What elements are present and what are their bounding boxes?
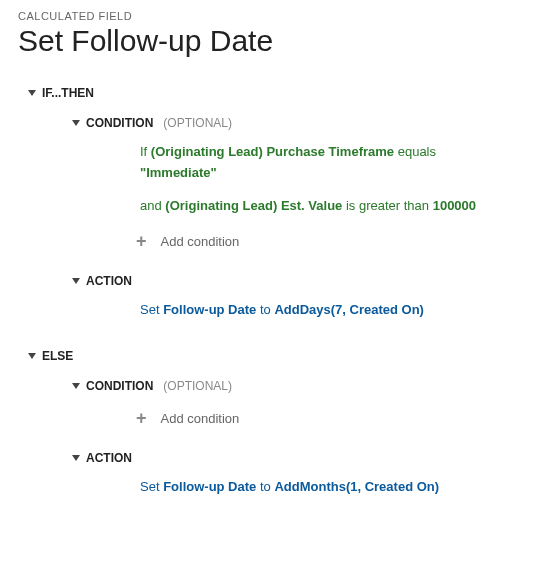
action-row[interactable]: Set Follow-up Date to AddMonths(1, Creat… [136, 471, 515, 502]
else-label: ELSE [42, 349, 73, 363]
condition-label: CONDITION [86, 116, 153, 130]
add-condition-label: Add condition [161, 411, 240, 426]
if-then-label: IF...THEN [42, 86, 94, 100]
condition-prefix: If [140, 144, 147, 159]
action-middle: to [260, 479, 271, 494]
add-condition-button[interactable]: + Add condition [136, 399, 515, 437]
else-header[interactable]: ELSE [28, 343, 515, 369]
else-condition-header[interactable]: CONDITION (OPTIONAL) [72, 373, 515, 399]
action-field: Follow-up Date [163, 479, 256, 494]
action-function: AddMonths(1, Created On) [274, 479, 439, 494]
plus-icon: + [136, 232, 147, 250]
condition-operator: equals [398, 144, 436, 159]
condition-optional-label: (OPTIONAL) [163, 379, 232, 393]
condition-row[interactable]: If (Originating Lead) Purchase Timeframe… [136, 136, 515, 190]
action-field: Follow-up Date [163, 302, 256, 317]
if-condition-header[interactable]: CONDITION (OPTIONAL) [72, 110, 515, 136]
calculated-field-label: CALCULATED FIELD [18, 10, 515, 22]
action-label: ACTION [86, 451, 132, 465]
condition-label: CONDITION [86, 379, 153, 393]
condition-value: "Immediate" [140, 165, 217, 180]
chevron-down-icon [72, 455, 80, 461]
add-condition-button[interactable]: + Add condition [136, 222, 515, 260]
add-condition-label: Add condition [161, 234, 240, 249]
if-action-header[interactable]: ACTION [72, 268, 515, 294]
condition-value: 100000 [433, 198, 476, 213]
chevron-down-icon [72, 278, 80, 284]
chevron-down-icon [72, 383, 80, 389]
chevron-down-icon [28, 353, 36, 359]
action-prefix: Set [140, 302, 160, 317]
condition-optional-label: (OPTIONAL) [163, 116, 232, 130]
if-then-header[interactable]: IF...THEN [28, 80, 515, 106]
chevron-down-icon [72, 120, 80, 126]
chevron-down-icon [28, 90, 36, 96]
condition-field: (Originating Lead) Purchase Timeframe [151, 144, 394, 159]
action-function: AddDays(7, Created On) [274, 302, 424, 317]
page-title: Set Follow-up Date [18, 24, 515, 58]
action-label: ACTION [86, 274, 132, 288]
action-prefix: Set [140, 479, 160, 494]
action-middle: to [260, 302, 271, 317]
condition-prefix: and [140, 198, 162, 213]
condition-field: (Originating Lead) Est. Value [165, 198, 342, 213]
condition-operator: is greater than [346, 198, 429, 213]
condition-row[interactable]: and (Originating Lead) Est. Value is gre… [136, 190, 515, 223]
plus-icon: + [136, 409, 147, 427]
action-row[interactable]: Set Follow-up Date to AddDays(7, Created… [136, 294, 515, 325]
else-action-header[interactable]: ACTION [72, 445, 515, 471]
